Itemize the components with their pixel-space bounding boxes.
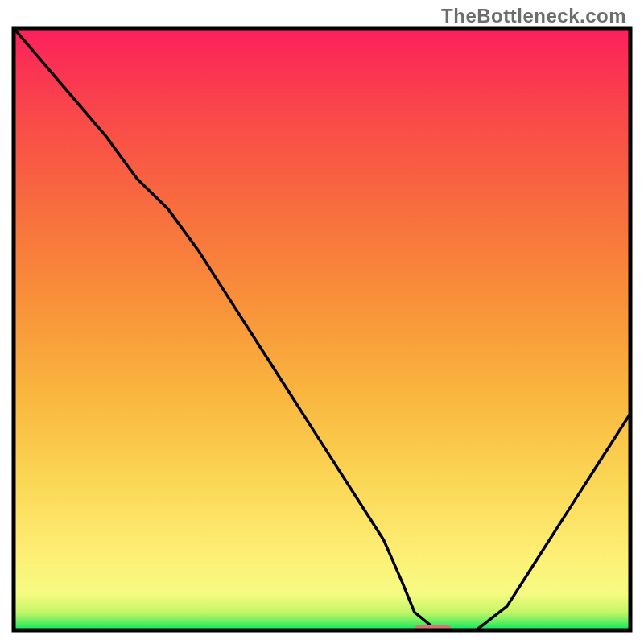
watermark-label: TheBottleneck.com: [441, 5, 626, 27]
chart-container: TheBottleneck.com: [0, 0, 644, 644]
chart-background-gradient: [14, 28, 630, 630]
bottleneck-chart: [0, 0, 644, 644]
